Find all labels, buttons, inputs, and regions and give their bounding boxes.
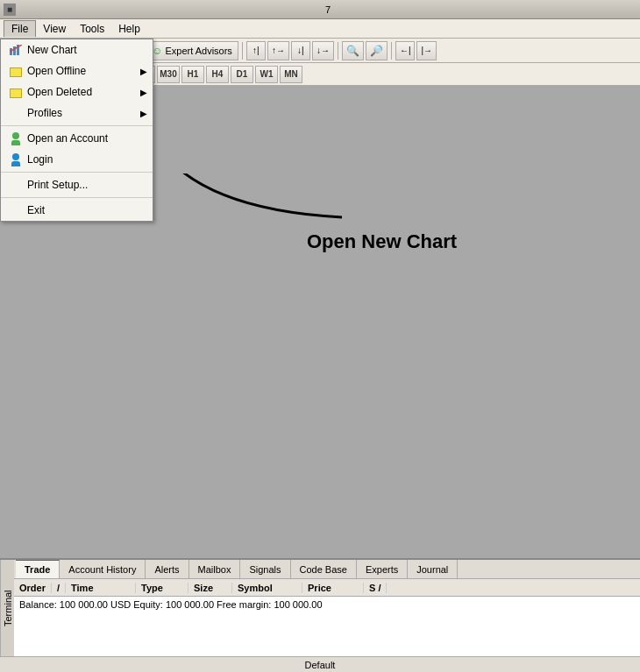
menu-open-account[interactable]: Open an Account bbox=[1, 128, 153, 149]
open-offline-arrow: ▶ bbox=[140, 67, 147, 76]
col-order: Order bbox=[14, 583, 52, 593]
toolbar-sep-4 bbox=[391, 42, 392, 60]
timeframe-MN[interactable]: MN bbox=[280, 66, 302, 83]
scroll-left-btn[interactable]: ←| bbox=[395, 41, 416, 60]
new-chart-icon bbox=[8, 43, 24, 57]
expert-icon: ☺ bbox=[152, 45, 162, 57]
login-icon bbox=[8, 152, 24, 166]
toolbar-sep-2 bbox=[242, 42, 243, 60]
open-offline-icon bbox=[8, 64, 24, 78]
down-left-icon: ↓| bbox=[297, 46, 304, 55]
nav-down-left[interactable]: ↓| bbox=[291, 41, 310, 60]
timeframe-M30[interactable]: M30 bbox=[157, 66, 180, 83]
zoom-out-icon: 🔎 bbox=[370, 45, 383, 57]
up-right-icon: ↑→ bbox=[272, 46, 285, 55]
tab-alerts[interactable]: Alerts bbox=[146, 560, 188, 578]
menu-exit[interactable]: Exit bbox=[1, 200, 153, 221]
menu-print-setup[interactable]: Print Setup... bbox=[1, 174, 153, 195]
status-text: Default bbox=[305, 660, 336, 670]
col-price: Price bbox=[302, 583, 364, 593]
menu-profiles[interactable]: Profiles ▶ bbox=[1, 103, 153, 124]
zoom-out-btn[interactable]: 🔎 bbox=[366, 41, 388, 60]
nav-up-right[interactable]: ↑→ bbox=[267, 41, 289, 60]
title-bar-text: 7 bbox=[19, 4, 636, 15]
balance-text: Balance: 100 000.00 USD Equity: 100 000.… bbox=[19, 599, 323, 610]
expert-advisors-label: Expert Advisors bbox=[165, 46, 231, 56]
open-deleted-arrow: ▶ bbox=[140, 88, 147, 97]
terminal-tabs: Trade Account History Alerts Mailbox Sig… bbox=[0, 560, 640, 579]
balance-row: Balance: 100 000.00 USD Equity: 100 000.… bbox=[0, 597, 640, 612]
open-offline-label: Open Offline bbox=[27, 65, 86, 77]
col-s: S / bbox=[364, 583, 387, 593]
down-right-icon: ↓→ bbox=[316, 46, 330, 55]
terminal-panel: Terminal Trade Account History Alerts Ma… bbox=[0, 558, 640, 672]
profiles-arrow: ▶ bbox=[140, 109, 147, 118]
col-slash: / bbox=[52, 583, 66, 593]
annotation-text: Open New Chart bbox=[307, 230, 457, 253]
new-chart-label: New Chart bbox=[27, 44, 77, 56]
timeframe-H1[interactable]: H1 bbox=[181, 66, 204, 83]
toolbar-sep-3 bbox=[338, 42, 338, 60]
file-menu-dropdown: New Chart Open Offline ▶ Open Deleted ▶ … bbox=[0, 39, 153, 222]
scroll-right-icon: |→ bbox=[421, 46, 432, 55]
col-size: Size bbox=[188, 583, 232, 593]
menu-bar: File View Tools Help bbox=[0, 19, 640, 39]
profiles-label: Profiles bbox=[27, 107, 62, 119]
tab-mailbox[interactable]: Mailbox bbox=[189, 560, 241, 578]
tab-experts[interactable]: Experts bbox=[357, 560, 408, 578]
table-header: Order / Time Type Size Symbol Price S / bbox=[0, 579, 640, 597]
open-account-label: Open an Account bbox=[27, 132, 108, 145]
menu-separator-1 bbox=[1, 125, 153, 126]
menu-tools[interactable]: Tools bbox=[73, 21, 111, 37]
menu-open-deleted[interactable]: Open Deleted ▶ bbox=[1, 81, 153, 103]
profiles-icon bbox=[8, 106, 24, 120]
timeframe-D1[interactable]: D1 bbox=[231, 66, 253, 83]
print-setup-label: Print Setup... bbox=[27, 179, 88, 191]
tab-account-history[interactable]: Account History bbox=[60, 560, 146, 578]
scroll-left-icon: ←| bbox=[400, 46, 411, 55]
nav-up-left[interactable]: ↑| bbox=[246, 41, 266, 60]
col-type: Type bbox=[136, 583, 188, 593]
menu-file[interactable]: File bbox=[4, 20, 36, 37]
col-symbol: Symbol bbox=[232, 583, 302, 593]
menu-separator-2 bbox=[1, 172, 153, 173]
tab-signals[interactable]: Signals bbox=[240, 560, 290, 578]
nav-down-right[interactable]: ↓→ bbox=[312, 41, 334, 60]
col-time: Time bbox=[66, 583, 136, 593]
timeframe-H4[interactable]: H4 bbox=[206, 66, 229, 83]
status-bar: Default bbox=[0, 656, 640, 672]
terminal-side-label[interactable]: Terminal bbox=[0, 560, 14, 656]
title-bar: ■ 7 bbox=[0, 0, 640, 19]
open-deleted-label: Open Deleted bbox=[27, 86, 92, 98]
zoom-in-btn[interactable]: 🔍 bbox=[342, 41, 364, 60]
tab-trade[interactable]: Trade bbox=[16, 560, 60, 578]
open-account-icon bbox=[8, 131, 24, 145]
menu-new-chart[interactable]: New Chart bbox=[1, 39, 153, 60]
exit-icon bbox=[8, 203, 24, 217]
menu-open-offline[interactable]: Open Offline ▶ bbox=[1, 60, 153, 81]
expert-advisors-button[interactable]: ☺ Expert Advisors bbox=[146, 41, 238, 60]
scroll-right-btn[interactable]: |→ bbox=[416, 41, 437, 60]
open-deleted-icon bbox=[8, 85, 24, 99]
tab-code-base[interactable]: Code Base bbox=[291, 560, 357, 578]
tab-journal[interactable]: Journal bbox=[408, 560, 458, 578]
zoom-in-icon: 🔍 bbox=[346, 45, 359, 57]
print-setup-icon bbox=[8, 178, 24, 192]
menu-view[interactable]: View bbox=[36, 21, 73, 37]
menu-login[interactable]: Login bbox=[1, 149, 153, 170]
timeframe-W1[interactable]: W1 bbox=[255, 66, 278, 83]
terminal-content: Order / Time Type Size Symbol Price S / … bbox=[0, 579, 640, 656]
login-label: Login bbox=[27, 153, 53, 166]
menu-help[interactable]: Help bbox=[111, 21, 147, 37]
exit-label: Exit bbox=[27, 204, 45, 216]
app-icon: ■ bbox=[4, 4, 16, 16]
up-left-icon: ↑| bbox=[252, 46, 260, 55]
menu-separator-3 bbox=[1, 197, 153, 198]
